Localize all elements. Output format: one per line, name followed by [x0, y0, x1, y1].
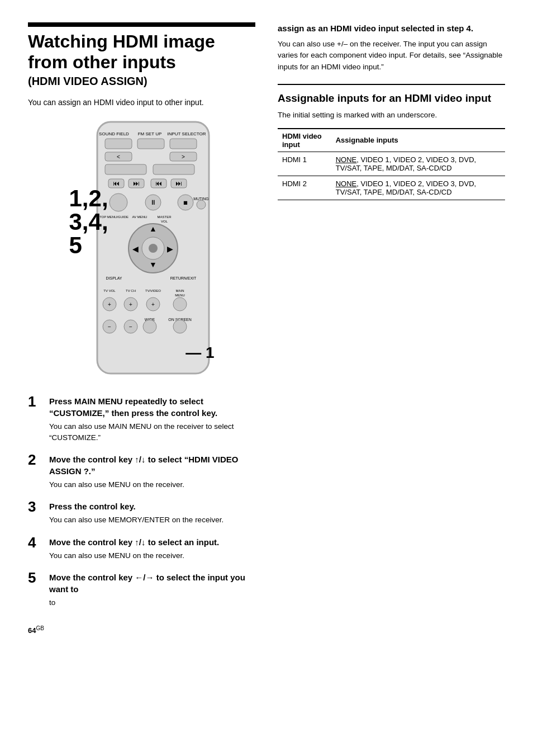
svg-text:+: + [151, 301, 155, 308]
svg-rect-5 [137, 139, 164, 149]
col2-header: Assignable inputs [331, 129, 505, 152]
svg-point-52 [173, 297, 187, 311]
hdmi2-inputs: NONE, VIDEO 1, VIDEO 2, VIDEO 3, DVD, TV… [331, 176, 505, 200]
steps-section: 1 Press MAIN MENU repeatedly to select “… [28, 395, 255, 609]
remote-step-label-right: — 1 [185, 344, 214, 362]
svg-rect-6 [170, 139, 197, 149]
svg-text:FM SET UP: FM SET UP [137, 131, 161, 136]
step-2-content: Move the control key ↑/↓ to select “HDMI… [49, 453, 255, 490]
svg-rect-12 [153, 164, 194, 174]
svg-text:INPUT SELECTOR: INPUT SELECTOR [167, 131, 206, 136]
svg-rect-4 [105, 139, 132, 149]
step-4-heading: Move the control key ↑/↓ to select an in… [49, 536, 255, 548]
title-bar [28, 22, 255, 27]
svg-text:AV MENU: AV MENU [132, 215, 147, 219]
step-4-body: You can also use MENU on the receiver. [49, 550, 255, 561]
table-section: Assignable inputs for an HDMI video inpu… [278, 92, 505, 200]
intro-text: You can assign an HDMI video input to ot… [28, 97, 255, 108]
svg-text:MAIN: MAIN [175, 289, 184, 292]
page-number: 64GB [28, 625, 255, 635]
svg-text:<: < [117, 154, 120, 160]
svg-text:⏮: ⏮ [113, 179, 120, 187]
table-subtitle: The initial setting is marked with an un… [278, 110, 505, 121]
svg-text:TV/VIDEO: TV/VIDEO [145, 289, 160, 292]
svg-text:⏮: ⏮ [155, 179, 162, 187]
svg-text:⏹: ⏹ [183, 200, 188, 206]
svg-point-27 [197, 200, 206, 209]
svg-rect-11 [105, 164, 146, 174]
svg-text:MASTER: MASTER [157, 215, 172, 219]
step-1-heading: Press MAIN MENU repeatedly to select “CU… [49, 395, 255, 419]
svg-point-38 [149, 244, 158, 253]
page-container: Watching HDMI image from other inputs (H… [28, 22, 505, 635]
section1-title: assign as an HDMI video input selected i… [278, 22, 505, 34]
svg-text:▲: ▲ [149, 224, 157, 233]
step-2-number: 2 [28, 452, 44, 467]
col1-header: HDMI video input [278, 129, 331, 152]
svg-text:+: + [129, 301, 132, 308]
svg-text:MENU: MENU [175, 294, 185, 297]
step-4-number: 4 [28, 535, 44, 550]
svg-text:−: − [129, 324, 132, 330]
step-4: 4 Move the control key ↑/↓ to select an … [28, 536, 255, 561]
step-2: 2 Move the control key ↑/↓ to select “HD… [28, 453, 255, 490]
table-header-row: HDMI video input Assignable inputs [278, 129, 505, 152]
divider-top [278, 84, 505, 85]
subtitle: (HDMI VIDEO ASSIGN) [28, 75, 255, 88]
svg-text:SOUND FIELD: SOUND FIELD [99, 131, 129, 136]
step-3-heading: Press the control key. [49, 500, 255, 512]
svg-point-59 [143, 320, 156, 333]
hdmi2-label: HDMI 2 [278, 176, 331, 200]
step-5: 5 Move the control key ←/→ to select the… [28, 571, 255, 608]
page-num-text: 64 [28, 626, 36, 635]
step-5-heading: Move the control key ←/→ to select the i… [49, 571, 255, 595]
svg-text:▼: ▼ [149, 260, 157, 269]
svg-text:TV VOL: TV VOL [103, 289, 116, 292]
remote-illustration: SOUND FIELD FM SET UP INPUT SELECTOR < >… [92, 120, 215, 377]
table-row: HDMI 2 NONE, VIDEO 1, VIDEO 2, VIDEO 3, … [278, 176, 505, 200]
svg-text:−: − [108, 324, 111, 330]
right-column: assign as an HDMI video input selected i… [278, 22, 505, 635]
svg-text:⏸: ⏸ [150, 199, 156, 206]
hdmi1-inputs: NONE, VIDEO 1, VIDEO 2, VIDEO 3, DVD, TV… [331, 152, 505, 176]
step-3: 3 Press the control key. You can also us… [28, 500, 255, 526]
svg-point-21 [110, 193, 127, 211]
svg-text:◀: ◀ [132, 244, 138, 253]
svg-text:+: + [108, 301, 111, 308]
svg-text:⏭: ⏭ [133, 179, 140, 187]
svg-text:RETURN/EXIT: RETURN/EXIT [170, 276, 196, 280]
step-2-heading: Move the control key ↑/↓ to select “HDMI… [49, 453, 255, 477]
svg-point-60 [173, 320, 187, 333]
hdmi-table: HDMI video input Assignable inputs HDMI … [278, 128, 505, 200]
step-5-body: to [49, 597, 255, 608]
hdmi1-none: NONE [336, 155, 357, 164]
main-title: Watching HDMI image from other inputs [28, 31, 255, 73]
step-3-body: You can also use MEMORY/ENTER on the rec… [49, 514, 255, 526]
step-3-content: Press the control key. You can also use … [49, 500, 255, 526]
table-row: HDMI 1 NONE, VIDEO 1, VIDEO 2, VIDEO 3, … [278, 152, 505, 176]
section1-body: You can also use +/– on the receiver. Th… [278, 39, 505, 73]
step-1-body: You can also use MAIN MENU on the receiv… [49, 421, 255, 444]
step-5-content: Move the control key ←/→ to select the i… [49, 571, 255, 608]
step-5-number: 5 [28, 570, 44, 585]
svg-text:>: > [182, 154, 185, 160]
step-4-content: Move the control key ↑/↓ to select an in… [49, 536, 255, 561]
step-3-number: 3 [28, 499, 44, 514]
step-1-content: Press MAIN MENU repeatedly to select “CU… [49, 395, 255, 444]
svg-text:⏭: ⏭ [175, 179, 182, 187]
remote-step-label-left: 1,2,3,4,5 [69, 187, 108, 257]
remote-container: 1,2,3,4,5 SOUND FIELD FM SET UP INPUT SE… [69, 120, 215, 379]
step-1: 1 Press MAIN MENU repeatedly to select “… [28, 395, 255, 444]
left-column: Watching HDMI image from other inputs (H… [28, 22, 255, 635]
step-2-body: You can also use MENU on the receiver. [49, 479, 255, 490]
svg-text:▶: ▶ [166, 244, 173, 253]
svg-text:TV CH: TV CH [126, 289, 136, 292]
page-num-suffix: GB [36, 625, 44, 631]
svg-text:VOL: VOL [160, 220, 168, 223]
svg-text:DISPLAY: DISPLAY [106, 276, 122, 280]
hdmi1-label: HDMI 1 [278, 152, 331, 176]
table-title: Assignable inputs for an HDMI video inpu… [278, 92, 505, 106]
hdmi2-none: NONE [336, 179, 357, 188]
section1: assign as an HDMI video input selected i… [278, 22, 505, 73]
step-1-number: 1 [28, 394, 44, 409]
